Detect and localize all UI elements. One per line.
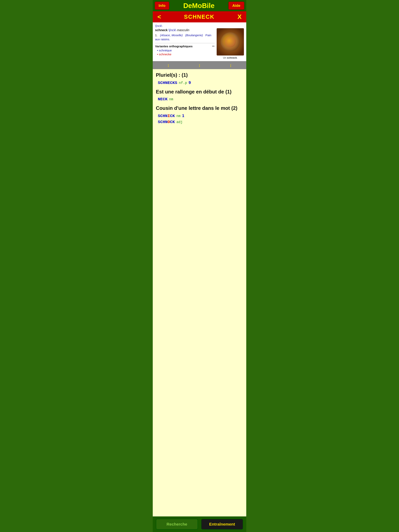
pastry-image [217, 28, 244, 56]
close-button[interactable]: X [235, 13, 244, 21]
variants-list: • schnèque • schnecke [155, 49, 215, 56]
phonetic-header: \ʃnɛk\ [155, 24, 244, 27]
entry-line: schneck \ʃnɛk\ masculin [155, 28, 215, 32]
def-regions[interactable]: (Alsace, Moselle) [160, 33, 183, 37]
word-image [217, 28, 244, 56]
entry-neck: NECK nm [158, 97, 243, 101]
back-button[interactable]: < [155, 13, 164, 21]
image-caption: Un schneck. [217, 56, 244, 59]
word-schnecks[interactable]: SCHNECKS [158, 81, 177, 85]
info-button[interactable]: Info [155, 1, 169, 10]
word-title: SCHNECK [164, 14, 235, 20]
score-schnecks: 9 [189, 80, 191, 85]
entry-schnock: SCHNOCK adj [158, 120, 243, 124]
variant-item[interactable]: • schnecke [157, 53, 215, 56]
app-title: DeMoBile [169, 2, 228, 10]
arrow-icon-2[interactable]: ↕ [198, 63, 200, 68]
def-number: 1. [155, 33, 158, 37]
section-pluriel: Pluriel(s) : (1) SCHNECKS nf.p 9 [156, 72, 243, 85]
entry-word: schneck [155, 28, 167, 32]
def-domain: (Boulangerie) [185, 33, 203, 37]
variants-header: Variantes orthographiques ✏ [155, 43, 215, 48]
recherche-button[interactable]: Recherche [156, 519, 198, 530]
sub-header: < SCHNECK X [153, 11, 246, 22]
type-neck: nm [169, 97, 173, 101]
entry-phonetic: \ʃnɛk\ [168, 28, 176, 32]
aide-button[interactable]: Aide [228, 1, 244, 10]
definition: 1. (Alsace, Moselle) (Boulangerie) Pain … [155, 33, 215, 41]
entry-schnick: SCHNICK nm 1 [158, 113, 243, 118]
main-content: Pluriel(s) : (1) SCHNECKS nf.p 9 Est une… [153, 69, 246, 516]
word-schnock[interactable]: SCHNOCK [158, 120, 175, 124]
dict-content-row: schneck \ʃnɛk\ masculin 1. (Alsace, Mose… [155, 28, 244, 59]
top-header: Info DeMoBile Aide [153, 0, 246, 11]
dictionary-section: \ʃnɛk\ schneck \ʃnɛk\ masculin 1. (Alsac… [153, 22, 246, 62]
type-schnick: nm [176, 114, 180, 118]
arrow-icon-1[interactable]: ↕ [167, 63, 169, 68]
arrow-divider: ↕ ↕ ↕ [153, 62, 246, 69]
type-schnecks: nf.p [179, 81, 187, 85]
variants-title: Variantes orthographiques [155, 44, 193, 48]
dict-left: schneck \ʃnɛk\ masculin 1. (Alsace, Mose… [155, 28, 215, 59]
arrow-icon-3[interactable]: ↕ [230, 63, 232, 68]
word-neck[interactable]: NECK [158, 97, 167, 101]
dict-image-box: Un schneck. [217, 28, 244, 59]
entry-gender: masculin [177, 28, 189, 32]
word-schnick[interactable]: SCHNICK [158, 114, 175, 118]
variant-item[interactable]: • schnèque [157, 49, 215, 52]
entry-schnecks: SCHNECKS nf.p 9 [158, 80, 243, 85]
pencil-icon[interactable]: ✏ [212, 44, 215, 48]
score-schnick: 1 [182, 113, 185, 118]
section-cousin: Cousin d'une lettre dans le mot (2) SCHN… [156, 105, 243, 124]
section-rallonge: Est une rallonge en début de (1) NECK nm [156, 89, 243, 101]
bottom-bar: Recherche Entraînement [153, 516, 246, 532]
section-cousin-title: Cousin d'une lettre dans le mot (2) [156, 105, 243, 111]
type-schnock: adj [176, 120, 183, 124]
section-pluriel-title: Pluriel(s) : (1) [156, 72, 243, 78]
entrainement-button[interactable]: Entraînement [201, 519, 243, 530]
section-rallonge-title: Est une rallonge en début de (1) [156, 89, 243, 95]
